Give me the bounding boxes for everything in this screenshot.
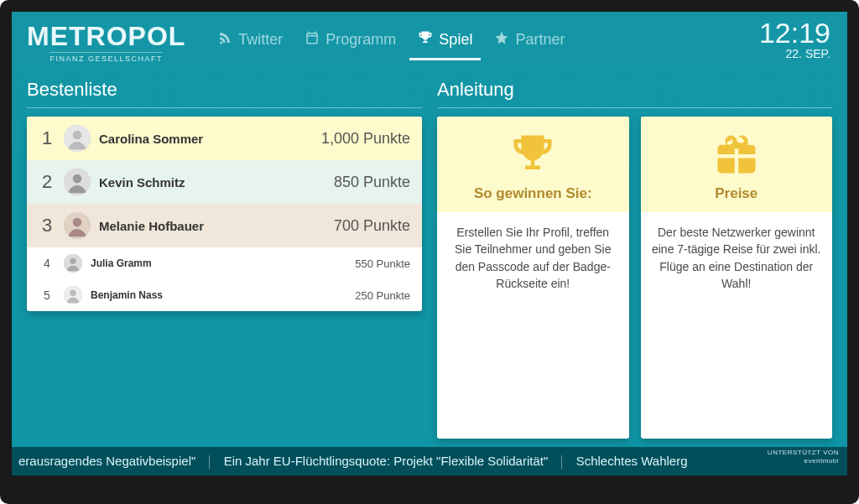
svg-point-1	[73, 131, 82, 140]
ticker-text: erausragendes Negativbeispiel" Ein Jahr …	[12, 454, 687, 469]
card-title: Preise	[648, 185, 826, 202]
content-columns: Bestenliste 1 Carolina Sommer 1,000 Punk…	[12, 74, 847, 447]
instructions-title: Anleitung	[437, 74, 832, 108]
card-body: Der beste Netzwerker gewinnt eine 7-tägi…	[641, 212, 833, 304]
svg-point-7	[70, 258, 75, 264]
instructions-column: Anleitung So gewinnen Sie: Erstellen Sie…	[437, 74, 832, 439]
clock: 12:19 22. SEP.	[759, 18, 830, 60]
trophy-icon	[418, 30, 433, 49]
card-header: So gewinnen Sie:	[437, 117, 629, 212]
points: 700 Punkte	[334, 217, 410, 235]
screen: METROPOL FINANZ GESELLSCHAFT Twitter Pro…	[12, 12, 847, 475]
leaderboard-row: 3 Melanie Hofbauer 700 Punkte	[27, 204, 422, 247]
rank: 4	[39, 257, 55, 270]
calendar-icon	[305, 30, 320, 49]
tab-partner[interactable]: Partner	[486, 25, 573, 60]
sponsor-label: UNTERSTÜTZT VON	[768, 449, 839, 457]
player-name: Julia Gramm	[91, 257, 152, 269]
clock-time: 12:19	[759, 18, 830, 47]
trophy-icon	[510, 165, 555, 179]
ticker-item: erausragendes Negativbeispiel"	[18, 454, 195, 468]
sponsor-name: eventmobi	[768, 457, 839, 465]
card-body: Erstellen Sie Ihr Profil, treffen Sie Te…	[437, 212, 629, 304]
ticker-item: Schlechtes Wahlerg	[576, 454, 688, 468]
ticker-separator	[209, 455, 210, 469]
points: 250 Punkte	[355, 289, 410, 302]
header: METROPOL FINANZ GESELLSCHAFT Twitter Pro…	[12, 12, 847, 74]
player-name: Carolina Sommer	[99, 132, 203, 146]
player-name: Benjamin Nass	[91, 289, 163, 301]
rank: 3	[39, 215, 55, 236]
leaderboard-column: Bestenliste 1 Carolina Sommer 1,000 Punk…	[27, 74, 422, 439]
card-header: Preise	[641, 117, 833, 212]
device-frame: METROPOL FINANZ GESELLSCHAFT Twitter Pro…	[0, 0, 859, 504]
points: 1,000 Punkte	[321, 130, 410, 148]
ticker-item: Ein Jahr EU-Flüchtlingsquote: Projekt "F…	[224, 454, 549, 468]
ticker-separator	[561, 455, 562, 469]
clock-date: 22. SEP.	[759, 47, 830, 60]
svg-point-5	[73, 218, 82, 227]
player-name: Kevin Schmitz	[99, 175, 185, 190]
points: 550 Punkte	[355, 257, 410, 270]
avatar	[64, 254, 82, 273]
leaderboard: 1 Carolina Sommer 1,000 Punkte 2 Kevin S…	[27, 117, 422, 311]
leaderboard-row: 5 Benjamin Nass 250 Punkte	[27, 279, 422, 311]
brand-logo: METROPOL FINANZ GESELLSCHAFT	[27, 23, 185, 63]
points: 850 Punkte	[334, 174, 410, 191]
tab-label: Programm	[325, 31, 396, 49]
rss-icon	[217, 30, 232, 49]
nav-tabs: Twitter Programm Spiel	[209, 25, 573, 60]
tab-label: Spiel	[439, 31, 472, 49]
star-icon	[494, 30, 509, 49]
sponsor-credit: UNTERSTÜTZT VON eventmobi	[768, 449, 839, 465]
tab-twitter[interactable]: Twitter	[209, 25, 291, 60]
leaderboard-row: 1 Carolina Sommer 1,000 Punkte	[27, 117, 422, 160]
avatar	[64, 125, 91, 152]
brand-name: METROPOL	[27, 23, 185, 49]
tab-label: Partner	[515, 31, 565, 49]
gift-icon	[714, 165, 759, 179]
rank: 2	[39, 171, 55, 193]
news-ticker: erausragendes Negativbeispiel" Ein Jahr …	[12, 447, 847, 475]
instruction-cards: So gewinnen Sie: Erstellen Sie Ihr Profi…	[437, 117, 832, 439]
card-title: So gewinnen Sie:	[444, 185, 622, 202]
leaderboard-row: 2 Kevin Schmitz 850 Punkte	[27, 160, 422, 204]
rank: 5	[39, 288, 55, 302]
brand-subtitle: FINANZ GESELLSCHAFT	[49, 52, 163, 63]
svg-point-3	[73, 174, 82, 184]
rank: 1	[39, 127, 55, 149]
tab-programm[interactable]: Programm	[296, 25, 404, 60]
avatar	[64, 286, 82, 304]
card-prizes: Preise Der beste Netzwerker gewinnt eine…	[641, 117, 833, 439]
avatar	[64, 169, 91, 195]
leaderboard-title: Bestenliste	[27, 74, 422, 108]
card-how-to-win: So gewinnen Sie: Erstellen Sie Ihr Profi…	[437, 117, 629, 439]
tab-spiel[interactable]: Spiel	[409, 25, 481, 60]
svg-point-9	[70, 290, 75, 296]
avatar	[64, 212, 91, 239]
tab-label: Twitter	[238, 31, 283, 49]
leaderboard-row: 4 Julia Gramm 550 Punkte	[27, 247, 422, 279]
player-name: Melanie Hofbauer	[99, 219, 204, 233]
